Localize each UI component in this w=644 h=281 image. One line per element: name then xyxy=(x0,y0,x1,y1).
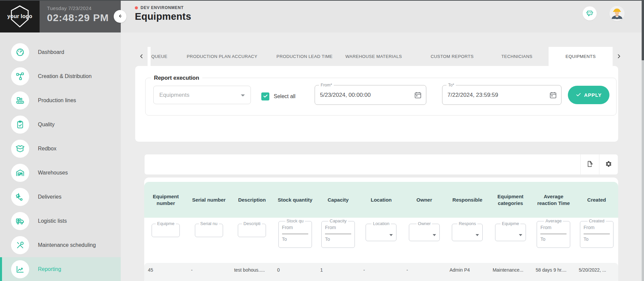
filter-label: Equipme xyxy=(156,221,176,226)
chevron-left-icon xyxy=(139,53,145,60)
date-from-field[interactable]: From* 5/23/2024, 00:00:00 xyxy=(315,85,426,105)
column-header-responsible: Responsible xyxy=(446,182,489,218)
filter-range-capacity-4[interactable]: CapacityFromTo xyxy=(321,221,355,248)
sidebar-item-logistic-lists[interactable]: Logistic lists xyxy=(0,209,121,233)
sidebar-item-reporting[interactable]: Reporting xyxy=(0,257,121,281)
topbar: your logo Tuesday 7/23/2024 02:48:29 PM … xyxy=(0,0,644,32)
tab-production-lead-time[interactable]: PRODUCTION LEAD TIME xyxy=(276,47,332,66)
user-avatar[interactable] xyxy=(609,6,625,21)
hand-truck-icon xyxy=(11,188,29,206)
scrollbar-thumb[interactable] xyxy=(642,0,644,60)
tab-equipments[interactable]: EQUIPMENTS xyxy=(549,47,613,66)
sidebar-item-creation-distribution[interactable]: Creation & Distribution xyxy=(0,64,121,88)
export-button[interactable] xyxy=(580,154,599,174)
range-divider xyxy=(282,234,308,234)
calendar-icon[interactable] xyxy=(414,91,422,100)
env-dot-icon xyxy=(135,6,138,9)
filter-label: Serial nu xyxy=(199,221,219,226)
range-to-input[interactable]: To xyxy=(325,236,330,242)
date-from-value: 5/23/2024, 00:00:00 xyxy=(315,85,426,104)
table-cell: - xyxy=(187,263,230,281)
table-filter-row: EquipmeSerial nuDescriptiStock quFromToC… xyxy=(144,218,618,263)
tab-custom-reports[interactable]: CUSTOM REPORTS xyxy=(431,47,474,66)
chevron-down-icon xyxy=(389,234,393,236)
filter-cell: CapacityFromTo xyxy=(317,218,360,263)
gauge-icon xyxy=(11,43,29,61)
calendar-icon[interactable] xyxy=(549,91,557,100)
page-header: DEV ENVIRONMENT Equipments xyxy=(121,0,644,32)
report-type-select[interactable]: Equipments xyxy=(153,86,251,104)
tab-production-plan-accuracy[interactable]: PRODUCTION PLAN ACCURACY xyxy=(187,47,257,66)
table-cell: 1 xyxy=(317,263,360,281)
sidebar-item-warehouses[interactable]: Warehouses xyxy=(0,161,121,185)
filter-label: Equipme xyxy=(500,221,520,226)
filter-range-average-9[interactable]: AverageFromTo xyxy=(537,221,570,248)
filter-cell: AverageFromTo xyxy=(532,218,575,263)
tab-queue[interactable]: QUEUE xyxy=(151,47,167,66)
filter-cell: CreatedFromTo xyxy=(575,218,618,263)
tabs-scroll-right-button[interactable] xyxy=(615,53,623,61)
range-to-input[interactable]: To xyxy=(282,236,287,242)
filter-select-respons-7[interactable]: Respons xyxy=(452,224,483,241)
apply-button[interactable]: APPLY xyxy=(568,86,609,104)
filter-select-equipme-8[interactable]: Equipme xyxy=(495,224,526,241)
chevron-right-icon xyxy=(616,53,622,60)
sidebar-item-production-lines[interactable]: Production lines xyxy=(0,88,121,113)
sidebar-item-dashboard[interactable]: Dashboard xyxy=(0,40,121,64)
filter-label: Capacity xyxy=(328,218,348,223)
tab-strip: QUEUEPRODUCTION PLAN ACCURACYPRODUCTION … xyxy=(121,47,644,66)
select-all-checkbox[interactable] xyxy=(261,92,269,100)
filter-label: Stock qu xyxy=(285,218,305,223)
filter-range-stock-qu-3[interactable]: Stock quFromTo xyxy=(278,221,312,248)
sidebar-item-label: Warehouses xyxy=(38,170,68,176)
table-cell: 58 days 9 hr.... xyxy=(532,263,575,281)
tab-technicians[interactable]: TECHNICIANS xyxy=(501,47,533,66)
sidebar-item-label: Deliveries xyxy=(38,194,61,200)
filter-select-location-5[interactable]: Location xyxy=(366,224,396,241)
column-header-serial-number: Serial number xyxy=(187,182,230,218)
sidebar-item-maintenance-scheduling[interactable]: Maintenance scheduling xyxy=(0,233,121,257)
equipment-table: Equipment numberSerial numberDescription… xyxy=(144,178,618,281)
filter-input-serial-nu-1[interactable]: Serial nu xyxy=(195,224,223,237)
range-from-input[interactable]: From xyxy=(540,225,551,230)
filter-cell: Respons xyxy=(446,218,489,263)
table-cell: Maintenance... xyxy=(489,263,532,281)
filter-input-equipme-0[interactable]: Equipme xyxy=(152,224,180,237)
table-row[interactable]: 45-test bohous.....01--Admin P4Maintenan… xyxy=(144,263,618,281)
range-to-input[interactable]: To xyxy=(540,236,545,242)
range-from-input[interactable]: From xyxy=(584,225,595,230)
chevron-down-icon xyxy=(241,94,245,96)
sidebar-item-quality[interactable]: Quality xyxy=(0,113,121,137)
tab-warehouse-materials[interactable]: WAREHOUSE MATERIALS xyxy=(345,47,402,66)
assistant-button[interactable] xyxy=(583,6,597,20)
sidebar-item-label: Quality xyxy=(38,122,55,128)
table-cell: Admin P4 xyxy=(446,263,489,281)
range-to-input[interactable]: To xyxy=(584,236,589,242)
date-to-label: To* xyxy=(446,83,456,87)
report-type-value: Equipments xyxy=(159,92,190,98)
page-title: Equipments xyxy=(135,11,191,22)
range-from-input[interactable]: From xyxy=(282,225,293,230)
filter-cell: Equipme xyxy=(144,218,187,263)
filter-cell: Location xyxy=(360,218,402,263)
conveyor-icon xyxy=(11,91,29,110)
filter-range-created-10[interactable]: CreatedFromTo xyxy=(580,221,613,248)
logo: your logo xyxy=(0,0,40,32)
tabs-scroll-left-button[interactable] xyxy=(138,53,146,61)
sidebar-item-redbox[interactable]: Redbox xyxy=(0,137,121,161)
filter-input-descripti-2[interactable]: Descripti xyxy=(238,224,266,237)
distribution-icon xyxy=(11,67,29,85)
grid-settings-button[interactable] xyxy=(599,154,618,174)
range-from-input[interactable]: From xyxy=(325,225,336,230)
clipboard-check-icon xyxy=(11,116,29,134)
env-label: DEV ENVIRONMENT xyxy=(141,5,184,10)
filter-select-owner-6[interactable]: Owner xyxy=(409,224,440,241)
chart-line-icon xyxy=(11,260,29,278)
sidebar-collapse-button[interactable] xyxy=(114,10,126,23)
date-to-field[interactable]: To* 7/22/2024, 23:59:59 xyxy=(442,85,561,105)
sidebar-item-deliveries[interactable]: Deliveries xyxy=(0,185,121,209)
column-header-equipment-number: Equipment number xyxy=(144,182,187,218)
filter-cell: Serial nu xyxy=(187,218,230,263)
filter-label: Respons xyxy=(458,221,477,226)
sidebar-item-label: Maintenance scheduling xyxy=(38,242,96,248)
